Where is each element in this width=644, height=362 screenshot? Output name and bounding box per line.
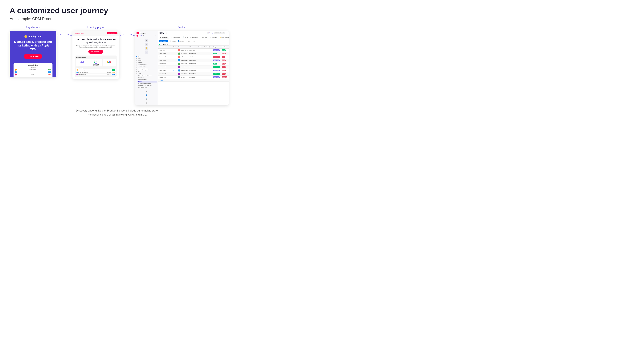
sort-button[interactable]: ↕ Sort — [191, 40, 196, 42]
nav-item-search[interactable]: Search — [136, 59, 157, 61]
nav-item-sales-dashboard[interactable]: Sales Dashboard — [136, 63, 157, 65]
nav-search-icon[interactable]: 🔍 — [145, 98, 148, 101]
table-add-row[interactable]: + Add — [158, 79, 228, 82]
ad-screenshot: Sales pipeline Active deals Terrier Spor… — [14, 63, 52, 77]
crm-star-icon[interactable]: ☆ — [166, 32, 168, 34]
tab-add-view[interactable]: + Add View — [200, 36, 208, 38]
crm-nav: Add Filters Search Overview — [135, 55, 158, 89]
sidebar-bell-icon[interactable]: 🔔 — [145, 47, 148, 50]
journey-section: Targeted ads monday.com Manage sales, pr… — [10, 26, 225, 105]
nav-item-collections[interactable]: Collections Overview — [136, 67, 157, 69]
th-owner-2: ↗ Owner — [188, 46, 198, 48]
leads-group-header: Leads 9 — [158, 43, 228, 45]
sidebar-grid-icon[interactable]: ⊞ — [145, 43, 148, 46]
table-row: Deal name 9 LLionel Messi Leilani Krause… — [158, 62, 228, 65]
person-button[interactable]: 👤 Person — [177, 40, 184, 42]
nav-item-filters[interactable]: Filters — [136, 57, 157, 59]
sidebar-upload-icon[interactable]: ↑ — [145, 50, 148, 54]
form-icon: 📋 — [182, 36, 184, 38]
nav-person-icon[interactable]: 👤 — [145, 94, 148, 97]
ad-row-2: Ridge Software Deal — [15, 71, 51, 73]
crm-logo-icon: m — [136, 32, 139, 34]
tab-deals-status[interactable]: ◑ Deals status — [170, 36, 181, 38]
lp-cta-top-button[interactable]: Get Started → — [107, 32, 118, 34]
table-row: EcoATM test EEnt AE 1 EcoATM test Enterp… — [158, 76, 228, 79]
table-icon: ⊞ — [160, 36, 161, 38]
crm-dots-icon: ··· — [155, 35, 156, 36]
lp-dash-title: CRM dashboard — [76, 56, 116, 58]
tab-automate[interactable]: ⚡ Automate / 10 — [218, 36, 228, 38]
sort-icon: ↕ — [192, 40, 192, 42]
nav-item-overview[interactable]: Overview — [136, 61, 157, 63]
tab-main-table[interactable]: ⊞ Main Table — [159, 36, 169, 38]
nav-item-lead-capturing[interactable]: Lead Capturing — [138, 79, 157, 81]
crm-activity-button[interactable]: 📈 Activity — [207, 32, 213, 34]
ad-logo-dot — [24, 35, 27, 38]
nav-item-hiring[interactable]: Hiring — [136, 71, 157, 73]
person-icon: 👤 — [178, 40, 179, 42]
arrow-1 — [56, 26, 72, 40]
crm-bottom-nav: ⊞ 👤 🔍 ? — [135, 89, 158, 105]
nav-item-accounts-mgmt[interactable]: Accounts Management — [138, 83, 157, 84]
svg-point-1 — [70, 35, 72, 36]
ad-avatar-1 — [15, 69, 17, 71]
nav-item-pipeline[interactable]: Pipeline Analysis — [136, 65, 157, 67]
deals-icon: ◑ — [171, 36, 172, 38]
crm-sidebar-logo: m Workspace — [136, 32, 156, 34]
ad-row-1: Terrier Sports Won — [15, 69, 51, 71]
lp-dash-grid: Clients onboarding Averag — [76, 59, 116, 66]
ad-screenshot-subtitle: Active deals — [15, 67, 51, 68]
ad-avatar-3 — [15, 73, 17, 75]
th-owner-1: Owner — [178, 46, 188, 48]
nav-item-crm-active[interactable]: CRM — [138, 81, 157, 82]
nav-item-activities[interactable]: Activities board — [138, 86, 157, 88]
crm-sidebar-header: m Workspace CRM ▾ ··· — [135, 31, 158, 38]
crm-add-board-button[interactable]: + Add to board — [214, 32, 224, 34]
targeted-ads-label: Targeted ads — [26, 26, 40, 29]
ad-logo: monday.com — [14, 35, 52, 38]
search-button[interactable]: 🔍 Search — [169, 40, 176, 42]
nav-item-contacts[interactable]: Contacts — [138, 77, 157, 79]
tab-integrate[interactable]: ⟲ Integrate — [209, 36, 218, 38]
filter-button[interactable]: ⚙ Filter — [185, 40, 190, 42]
ad-try-button[interactable]: Try for free — [24, 54, 42, 59]
lp-lead-row-1: Blackstone Experts $29,000 Add... — [76, 69, 116, 71]
th-stage: Stage — [213, 46, 221, 48]
table-row: Deal name 8 LLionel Messi Leilani Krause… — [158, 52, 228, 55]
chart-icon: 📈 — [207, 32, 209, 34]
targeted-ads-column: Targeted ads monday.com Manage sales, pr… — [10, 26, 56, 77]
th-priority: Priority — [221, 46, 227, 48]
page-subtitle: An example: CRM Product — [10, 16, 225, 21]
table-row: Deal name 6 LLeBron Jam... Leilani Kraus… — [158, 55, 228, 59]
nav-item-invoices[interactable]: Invoices and Collections — [138, 85, 157, 86]
nav-item-add[interactable]: Add — [136, 55, 157, 57]
ad-logo-text: monday.com — [28, 35, 42, 38]
sidebar-add-icon[interactable]: + — [145, 39, 148, 42]
crm-workspace-name: CRM ▾ ··· — [136, 35, 156, 36]
nav-item-account-mgmt[interactable]: Account Management — [136, 69, 157, 71]
table-row: Deal name 8 JJames Hard... Madison Doyle… — [158, 72, 228, 76]
ad-card: monday.com Manage sales, projects and ma… — [10, 31, 56, 77]
arrow-svg-2 — [119, 31, 135, 40]
svg-point-6 — [133, 35, 134, 36]
crm-more-icon[interactable]: ··· — [226, 32, 227, 34]
ad-row-3: Barnell Lead — [15, 73, 51, 75]
th-tasks: Tasks — [173, 46, 178, 48]
lp-dash-marketing: Marketing projects — [103, 59, 116, 66]
lp-get-started-button[interactable]: Get Started → — [88, 50, 103, 53]
nav-help-icon[interactable]: ? — [145, 101, 148, 105]
crm-table-toolbar: New item ▾ 🔍 Search 👤 Person ⚙ — [158, 39, 228, 43]
new-item-button[interactable]: New item ▾ — [159, 40, 168, 42]
landing-pages-label: Landing pages — [88, 26, 104, 29]
ad-avatar-2 — [15, 71, 17, 73]
th-contacts: Contacts ⓘ — [204, 46, 213, 48]
nav-item-sales-team[interactable]: Sales Team and Attainme... — [138, 75, 157, 77]
tab-form[interactable]: 📋 Form — [182, 36, 189, 38]
table-row: Deal name 1 ⊙ 1 SStephen Curry Madison D… — [158, 69, 228, 72]
arrow-svg-1 — [56, 31, 72, 40]
nav-apps-icon[interactable]: ⊞ — [145, 90, 148, 93]
crm-header-actions: 📈 Activity + Add to board ··· — [207, 32, 227, 34]
tab-main-view[interactable]: ⊞ Main View — [189, 36, 199, 38]
lp-headline: The CRM platform that is simple to set u… — [75, 38, 116, 44]
nav-item-crm[interactable]: ▸ CRM — [136, 73, 157, 75]
